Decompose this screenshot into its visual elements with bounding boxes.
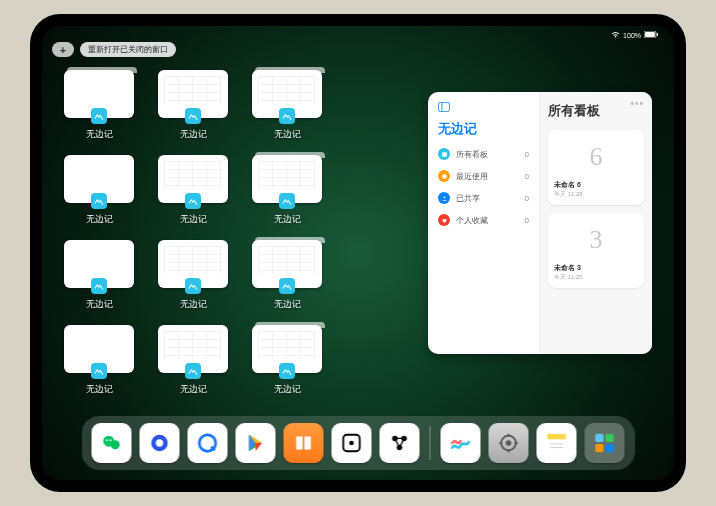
sidebar-item-count: 0 (525, 172, 529, 181)
add-button[interactable]: + (52, 42, 74, 57)
window-thumbnail[interactable]: 无边记 (64, 70, 134, 141)
dock-books-icon[interactable] (284, 423, 324, 463)
window-thumbnail[interactable]: 无边记 (158, 70, 228, 141)
thumbnail-preview (252, 325, 322, 373)
window-thumbnail[interactable]: 无边记 (252, 155, 322, 226)
svg-rect-2 (657, 33, 658, 36)
window-thumbnail[interactable]: 无边记 (64, 240, 134, 311)
window-thumbnail[interactable]: 无边记 (252, 325, 322, 396)
freeform-app-icon (279, 108, 295, 124)
svg-rect-26 (547, 434, 565, 440)
window-thumbnail[interactable]: 无边记 (252, 70, 322, 141)
reopen-closed-window-button[interactable]: 重新打开已关闭的窗口 (80, 42, 176, 57)
thumbnail-preview (158, 70, 228, 118)
sidebar-item[interactable]: 最近使用0 (438, 170, 529, 182)
freeform-app-icon (185, 108, 201, 124)
board-card[interactable]: 3未命名 3今天 11:25 (548, 213, 644, 288)
top-bar: + 重新打开已关闭的窗口 (52, 42, 176, 57)
sidebar-item-count: 0 (525, 194, 529, 203)
freeform-app-icon (91, 363, 107, 379)
freeform-app-icon (91, 108, 107, 124)
dock-play-icon[interactable] (236, 423, 276, 463)
dock (82, 416, 635, 470)
window-grid: 无边记无边记无边记无边记无边记无边记无边记无边记无边记无边记无边记无边记 (64, 70, 394, 396)
window-thumbnail[interactable]: 无边记 (158, 325, 228, 396)
svg-rect-30 (605, 434, 613, 442)
dock-notes-icon[interactable] (537, 423, 577, 463)
thumbnail-label: 无边记 (86, 128, 113, 141)
wifi-icon (611, 31, 620, 39)
freeform-app-icon (91, 193, 107, 209)
svg-rect-3 (439, 102, 450, 111)
window-thumbnail[interactable]: 无边记 (158, 155, 228, 226)
sidebar-item-label: 所有看板 (456, 149, 488, 160)
more-icon[interactable]: ••• (630, 98, 644, 109)
svg-point-9 (111, 440, 120, 449)
thumbnail-preview (158, 155, 228, 203)
thumbnail-preview (252, 70, 322, 118)
dock-connect-icon[interactable] (380, 423, 420, 463)
sidebar-item[interactable]: 已共享0 (438, 192, 529, 204)
freeform-app-icon (279, 363, 295, 379)
dock-wechat-icon[interactable] (92, 423, 132, 463)
dock-quark-icon[interactable] (140, 423, 180, 463)
sidebar-item-icon (438, 214, 450, 226)
freeform-panel[interactable]: ••• 无边记 所有看板0最近使用0已共享0个人收藏0 所有看板 6未命名 6今… (428, 92, 652, 354)
sidebar-item-label: 个人收藏 (456, 215, 488, 226)
freeform-app-icon (185, 363, 201, 379)
sidebar-toggle-icon[interactable] (438, 102, 529, 114)
board-preview: 3 (554, 217, 638, 263)
sidebar-item-icon (438, 192, 450, 204)
battery-icon (644, 31, 658, 39)
window-thumbnail[interactable]: 无边记 (64, 155, 134, 226)
svg-point-11 (110, 439, 112, 441)
thumbnail-label: 无边记 (180, 213, 207, 226)
svg-point-7 (443, 196, 445, 198)
svg-point-13 (156, 439, 163, 446)
svg-rect-5 (442, 152, 447, 157)
dock-freeform-icon[interactable] (441, 423, 481, 463)
dock-dice-icon[interactable] (332, 423, 372, 463)
sidebar-item-icon (438, 148, 450, 160)
sidebar-item-count: 0 (525, 150, 529, 159)
thumbnail-preview (64, 70, 134, 118)
svg-point-16 (349, 441, 354, 446)
dock-folder-icon[interactable] (585, 423, 625, 463)
thumbnail-label: 无边记 (274, 298, 301, 311)
sidebar-item[interactable]: 所有看板0 (438, 148, 529, 160)
svg-rect-31 (595, 444, 603, 452)
window-thumbnail[interactable]: 无边记 (64, 325, 134, 396)
thumbnail-preview (252, 155, 322, 203)
thumbnail-preview (252, 240, 322, 288)
window-thumbnail[interactable]: 无边记 (252, 240, 322, 311)
freeform-app-icon (91, 278, 107, 294)
thumbnail-label: 无边记 (274, 383, 301, 396)
board-title: 未命名 3 (554, 263, 638, 273)
sidebar-item-label: 最近使用 (456, 171, 488, 182)
thumbnail-label: 无边记 (86, 213, 113, 226)
thumbnail-preview (158, 325, 228, 373)
freeform-app-icon (185, 193, 201, 209)
board-title: 未命名 6 (554, 180, 638, 190)
dock-settings-icon[interactable] (489, 423, 529, 463)
panel-content: 所有看板 6未命名 6今天 11:283未命名 3今天 11:25 (540, 92, 652, 354)
thumbnail-label: 无边记 (86, 383, 113, 396)
svg-point-21 (506, 440, 512, 446)
sidebar-item[interactable]: 个人收藏0 (438, 214, 529, 226)
freeform-app-icon (279, 193, 295, 209)
status-bar: 100% (42, 26, 674, 42)
thumbnail-label: 无边记 (274, 213, 301, 226)
panel-left-title: 无边记 (438, 120, 529, 138)
thumbnail-preview (64, 325, 134, 373)
ipad-device: 100% + 重新打开已关闭的窗口 无边记无边记无边记无边记无边记无边记无边记无… (30, 14, 686, 492)
svg-rect-32 (605, 444, 613, 452)
thumbnail-label: 无边记 (180, 128, 207, 141)
svg-rect-1 (645, 32, 655, 37)
board-preview: 6 (554, 134, 638, 180)
thumbnail-label: 无边记 (180, 383, 207, 396)
dock-alipay-q-icon[interactable] (188, 423, 228, 463)
board-card[interactable]: 6未命名 6今天 11:28 (548, 130, 644, 205)
sidebar-item-label: 已共享 (456, 193, 480, 204)
svg-rect-29 (595, 434, 603, 442)
window-thumbnail[interactable]: 无边记 (158, 240, 228, 311)
